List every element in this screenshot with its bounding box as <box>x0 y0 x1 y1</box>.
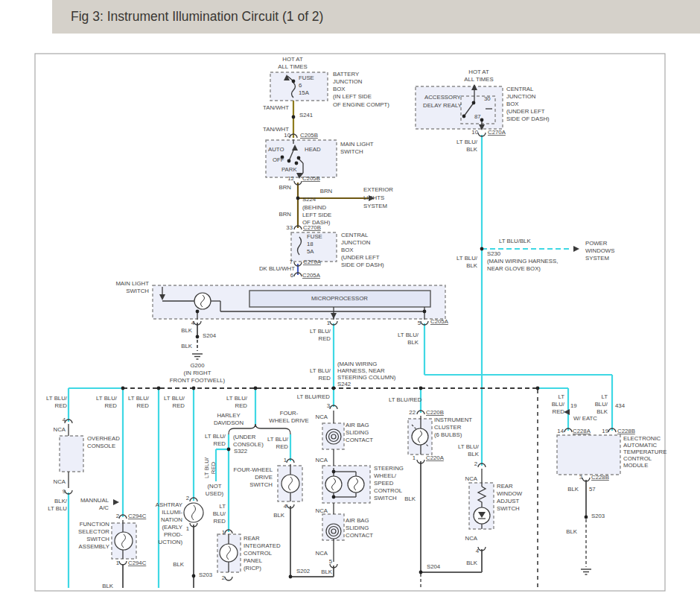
wire-label: CENTRAL <box>506 86 534 92</box>
wire-label: BLU/ <box>213 510 226 517</box>
wire-label: (MAIN WIRING HARNESS, <box>487 258 558 265</box>
wire-label: CONTROL <box>244 550 273 557</box>
wire-label: NCA <box>54 426 66 433</box>
wire-label: INTEGRATED <box>244 542 281 549</box>
wire-label: ILLUMI- <box>162 509 182 516</box>
wire-label: S202 <box>296 568 310 574</box>
wire-label: BLK <box>466 262 478 269</box>
wire-label: 4 <box>191 320 195 326</box>
splice-dot <box>296 197 300 200</box>
wire-label: TAN/WHT <box>263 104 289 111</box>
wire-label: C220B <box>426 409 444 416</box>
wire-label: (NOT <box>207 483 221 490</box>
wire-label: BLK <box>173 561 185 568</box>
splice-dot <box>332 495 336 499</box>
wire-label: WHEEL/ <box>374 472 397 479</box>
splice-dot <box>192 387 196 390</box>
wire-label: LT BLU/ <box>310 367 331 374</box>
wire-label: 2 <box>222 574 225 581</box>
wire-label: (UNDER <box>233 434 256 440</box>
wire-label: MICROPROCESSOR <box>311 295 368 302</box>
wire-label: 87 <box>474 113 481 120</box>
wire-label: LT BLU/RED <box>389 396 422 403</box>
wire-label: S203 <box>591 513 605 519</box>
wire-label: DAVIDSON <box>214 419 244 426</box>
wire-label: NCA <box>54 478 66 485</box>
splice-dot <box>196 310 200 314</box>
wire-label: CONSOLE <box>87 443 115 449</box>
splice-dot <box>196 335 200 339</box>
wire-label: 15A <box>299 89 310 96</box>
wire-label: SYSTEM <box>363 203 387 209</box>
wire-label: G200 <box>190 362 205 369</box>
wire-label: C205B <box>302 175 320 182</box>
wire-label: DRIVE <box>255 474 273 481</box>
connector-icon <box>225 577 232 580</box>
wire-label: STEERING COLUMN) <box>337 374 396 381</box>
wire-label: 1 <box>222 529 225 536</box>
wire-label: FUSE <box>307 233 322 240</box>
wire-label: WINDOW <box>497 490 523 497</box>
wire-label: JUNCTION <box>506 93 535 100</box>
splice-dot <box>332 387 336 390</box>
wire-label: S242 <box>337 381 351 387</box>
wire-label: HOT AT <box>282 56 303 63</box>
wire-label: SIDE OF DASH) <box>341 262 384 268</box>
wire-label: PANEL <box>244 557 263 564</box>
wire-label: 19 <box>570 402 577 409</box>
wire-label: LT BLU/ <box>96 395 118 402</box>
wire-label: FUNCTION <box>80 521 109 528</box>
wire-label: NCA <box>316 550 328 557</box>
wire-label: C205B <box>300 132 318 139</box>
wire-label: C228A <box>573 428 591 434</box>
wire-label: SELECTOR <box>78 528 109 535</box>
wire-label: PARK <box>281 166 297 173</box>
wire-label: LT BLU/ <box>226 395 248 402</box>
wire-label: UCTION) <box>159 539 183 545</box>
wire-label: S203 <box>199 571 212 578</box>
component-box <box>557 435 620 475</box>
wire-label: (EARLY <box>162 524 182 531</box>
wire-label: ELECTRONIC <box>623 435 661 442</box>
wire-label: LIGHTS <box>363 194 384 201</box>
splice-dot <box>585 516 588 519</box>
wire-label: 9 <box>63 488 66 495</box>
wire-label: S241 <box>299 112 313 118</box>
wire-label: LT BLU <box>48 505 67 512</box>
wire-label: DELAY REALY <box>423 102 462 109</box>
wire-label: ACCESSORY <box>424 94 462 101</box>
wire-label: BLK <box>596 408 608 415</box>
wire-label: FUSE <box>299 75 314 81</box>
wire-label: NCA <box>465 535 478 542</box>
wire-label: HARNESS, NEAR <box>337 367 385 374</box>
wire-label: RED <box>214 518 226 525</box>
wire-label: BRN <box>279 184 291 191</box>
wire-label: OF ENGINE COMPT) <box>333 101 389 108</box>
wire-label: LT BLU/ <box>310 328 331 335</box>
wire-label: LT BLU/ <box>456 255 478 262</box>
wire-label: NCA <box>465 475 478 482</box>
wire-label: SWITCH <box>340 148 363 155</box>
wire-label: 1 <box>327 320 330 326</box>
wire-label: BLK <box>273 512 285 519</box>
wire-label: BATTERY <box>333 71 360 77</box>
wire-label: 30 <box>484 95 491 102</box>
component-box <box>60 436 83 472</box>
wire-label: CONTROL <box>374 487 403 494</box>
wire-label: RED <box>210 461 217 474</box>
wire-label: BLK <box>466 560 478 566</box>
wire-label: C294C <box>128 513 147 519</box>
wire-label: BLU/ <box>595 401 608 408</box>
wire-label: BLK <box>404 495 416 502</box>
wire-label: 22 <box>409 409 416 416</box>
wire-label: RED <box>319 375 331 381</box>
wire-label: LT BLU/ <box>458 443 480 450</box>
wire-label: 10 <box>471 129 478 136</box>
splice-dot <box>192 574 196 578</box>
wire-label: 5 <box>329 558 333 565</box>
wire-label: BLK <box>566 528 578 535</box>
wire-label: (BEHIND <box>302 204 326 211</box>
wire-label: WINDOWS <box>585 247 614 254</box>
wire-label: NCA <box>316 457 328 463</box>
wire-label: 2 <box>186 495 189 501</box>
